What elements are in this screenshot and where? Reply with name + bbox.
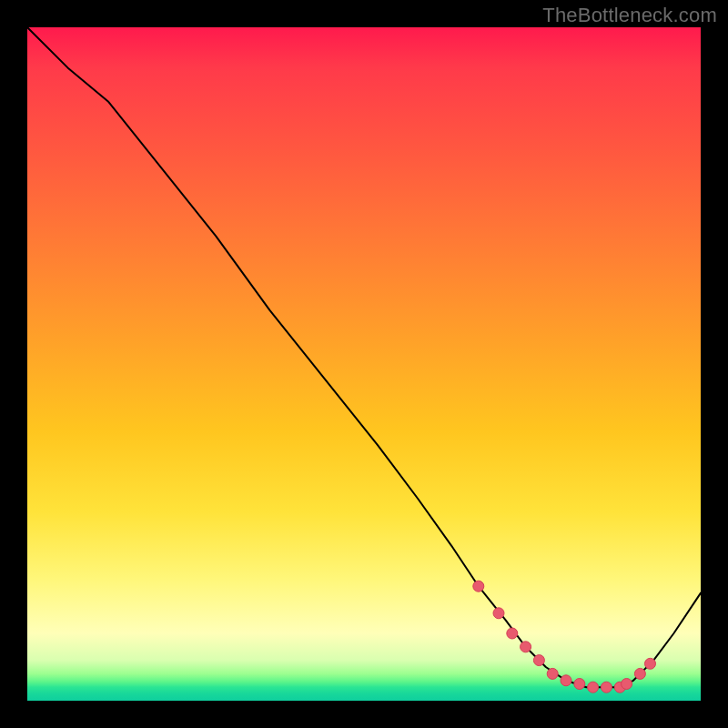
valley-dot (601, 682, 612, 693)
valley-dot (507, 628, 518, 639)
valley-dot (533, 655, 544, 666)
valley-dot (521, 642, 531, 652)
plot-area (27, 27, 701, 701)
bottleneck-curve (27, 27, 701, 687)
valley-dot (634, 668, 645, 679)
valley-dot (561, 675, 571, 686)
chart-frame: TheBottleneck.com (0, 0, 728, 728)
valley-dot (645, 658, 656, 669)
valley-dots-group (473, 581, 656, 693)
watermark-text: TheBottleneck.com (542, 4, 717, 27)
valley-dot (574, 679, 585, 690)
valley-dot (547, 668, 558, 679)
curve-svg (27, 27, 701, 701)
valley-dot (473, 581, 484, 592)
valley-dot (622, 679, 632, 690)
valley-dot (493, 608, 504, 619)
valley-dot (588, 682, 599, 693)
